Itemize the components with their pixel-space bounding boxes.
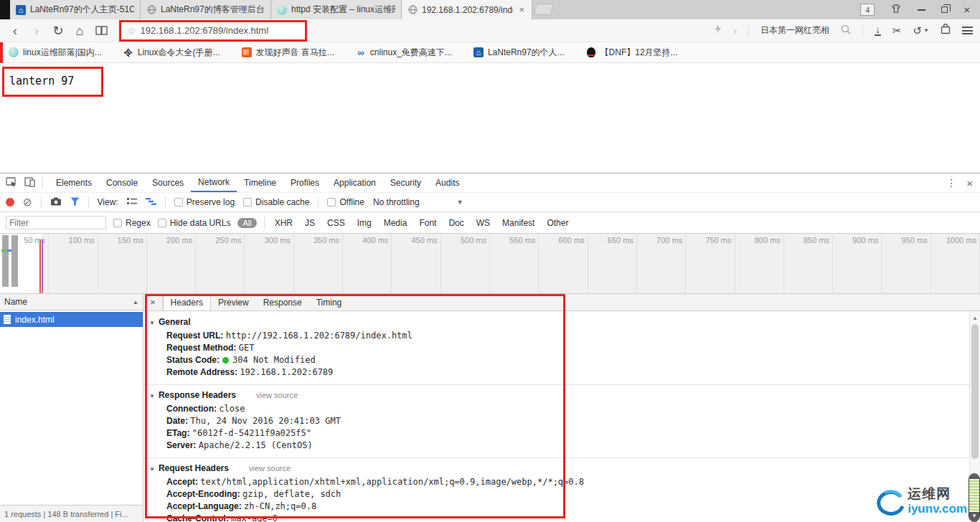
device-toolbar-icon[interactable] bbox=[24, 177, 35, 189]
tab-console[interactable]: Console bbox=[99, 174, 145, 192]
restore-button[interactable] bbox=[941, 6, 948, 13]
timeline-ruler: 50 ms 100 ms 150 ms 200 ms 250 ms 300 ms… bbox=[0, 236, 980, 245]
filter-type-ws[interactable]: WS bbox=[476, 218, 490, 228]
bookmark-item-3[interactable]: 听 发现好声音 喜马拉... bbox=[242, 47, 334, 59]
close-window-button[interactable]: × bbox=[963, 4, 970, 15]
filter-type-font[interactable]: Font bbox=[419, 218, 436, 228]
tab-timeline[interactable]: Timeline bbox=[237, 174, 283, 192]
bookmark-star-icon[interactable]: ☆ bbox=[127, 25, 136, 37]
large-rows-icon[interactable] bbox=[127, 197, 137, 208]
overview-drag-handle[interactable] bbox=[2, 235, 9, 287]
section-header-general[interactable]: ▼ General bbox=[143, 315, 969, 330]
tab-response[interactable]: Response bbox=[256, 294, 309, 310]
filter-funnel-icon[interactable] bbox=[70, 197, 80, 208]
dropdown-caret-icon: ▼ bbox=[457, 199, 463, 206]
filter-type-media[interactable]: Media bbox=[384, 218, 407, 228]
throttling-dropdown[interactable]: No throttling ▼ bbox=[373, 197, 463, 207]
shopping-bag-icon[interactable] bbox=[941, 24, 951, 37]
tab-security[interactable]: Security bbox=[383, 174, 428, 192]
browser-tab-1[interactable]: ⌂ LaNteRn97的个人主页-51CTO技 bbox=[10, 0, 141, 19]
tab-timing[interactable]: Timing bbox=[309, 294, 349, 310]
checkbox-icon[interactable] bbox=[113, 219, 122, 227]
tab-audits[interactable]: Audits bbox=[428, 174, 466, 192]
tab-profiles[interactable]: Profiles bbox=[283, 174, 326, 192]
overview-drag-handle[interactable] bbox=[11, 235, 18, 287]
regex-toggle[interactable]: Regex bbox=[113, 218, 151, 228]
download-icon[interactable]: ↓ bbox=[875, 25, 881, 36]
home-favicon-icon: ⌂ bbox=[473, 47, 484, 57]
disable-cache-toggle[interactable]: Disable cache bbox=[243, 197, 309, 207]
bookmark-item-1[interactable]: linux运维部落|国内... bbox=[9, 47, 102, 59]
checkbox-icon[interactable] bbox=[158, 219, 166, 227]
back-icon[interactable]: ‹ bbox=[4, 22, 26, 40]
filter-type-img[interactable]: Img bbox=[357, 218, 372, 228]
checkbox-icon[interactable] bbox=[243, 198, 252, 207]
bookmark-item-2[interactable]: 令 Linux命令大全(手册... bbox=[123, 47, 220, 59]
scroll-to-bottom-widget[interactable]: ▼ bbox=[969, 473, 980, 522]
tab-elements[interactable]: Elements bbox=[49, 174, 99, 192]
tab-headers[interactable]: Headers bbox=[163, 294, 211, 310]
search-box-text[interactable]: 日本第一网红亮相 bbox=[760, 24, 829, 37]
expand-chevron-icon[interactable]: › bbox=[733, 24, 737, 37]
filter-type-js[interactable]: JS bbox=[305, 218, 315, 228]
tab-preview[interactable]: Preview bbox=[211, 294, 256, 310]
name-column-header[interactable]: Name ▲ bbox=[0, 294, 143, 310]
forward-icon[interactable]: › bbox=[26, 22, 47, 40]
details-close-icon[interactable]: × bbox=[143, 294, 163, 310]
new-tab-button[interactable] bbox=[533, 4, 554, 15]
checkbox-icon[interactable] bbox=[174, 198, 183, 207]
refresh-icon[interactable]: ↻ bbox=[47, 22, 69, 40]
devtools-close-icon[interactable]: × bbox=[966, 177, 973, 189]
menu-icon[interactable] bbox=[962, 27, 973, 34]
filter-type-all[interactable]: All bbox=[237, 218, 256, 228]
section-header-request[interactable]: ▼ Request Headers view source bbox=[143, 462, 969, 476]
bookmark-item-5[interactable]: ⌂ LaNteRn97的个人... bbox=[473, 47, 565, 59]
skin-shirt-icon[interactable] bbox=[890, 4, 902, 16]
browser-tab-2[interactable]: LaNteRn97的博客管理后台-51CT bbox=[141, 0, 271, 19]
record-button[interactable] bbox=[6, 198, 14, 207]
flash-plugin-icon[interactable] bbox=[715, 24, 722, 37]
tab-count-badge[interactable]: 4 bbox=[860, 4, 875, 16]
filter-type-manifest[interactable]: Manifest bbox=[502, 218, 534, 228]
offline-toggle[interactable]: Offline bbox=[327, 197, 364, 207]
inspect-element-icon[interactable] bbox=[6, 177, 17, 189]
address-bar[interactable]: ☆ 192.168.1.202:6789/index.html bbox=[119, 20, 307, 42]
scissors-icon[interactable]: ✂ bbox=[892, 24, 902, 37]
devtools-menu-kebab-icon[interactable]: ⋮ bbox=[946, 177, 956, 189]
checkbox-icon[interactable] bbox=[327, 198, 336, 207]
network-overview[interactable]: 50 ms 100 ms 150 ms 200 ms 250 ms 300 ms… bbox=[0, 234, 980, 294]
section-header-response[interactable]: ▼ Response Headers view source bbox=[143, 389, 969, 403]
view-source-link[interactable]: view source bbox=[249, 462, 291, 475]
capture-screenshots-icon[interactable] bbox=[50, 197, 62, 208]
tab-sources[interactable]: Sources bbox=[145, 174, 191, 192]
scrollbar-thumb[interactable] bbox=[971, 324, 979, 459]
filter-type-xhr[interactable]: XHR bbox=[275, 218, 293, 228]
browser-tab-4-active[interactable]: 192.168.1.202:6789/index.htm × bbox=[402, 0, 532, 19]
filter-type-other[interactable]: Other bbox=[547, 218, 568, 228]
bookmark-item-6[interactable]: 【DNF】12月坚持... bbox=[586, 47, 678, 59]
filter-input[interactable] bbox=[6, 216, 106, 229]
undo-icon[interactable]: ↺▼ bbox=[913, 24, 930, 37]
filter-type-doc[interactable]: Doc bbox=[448, 218, 463, 228]
minimize-button[interactable] bbox=[918, 9, 925, 11]
header-value: GET bbox=[239, 343, 255, 353]
filter-type-css[interactable]: CSS bbox=[327, 218, 345, 228]
scrollbar-up-icon[interactable]: ▲ bbox=[970, 312, 980, 321]
request-row-index-html[interactable]: index.html bbox=[0, 312, 143, 327]
widget-down-arrow-icon[interactable]: ▼ bbox=[969, 512, 979, 521]
preserve-log-toggle[interactable]: Preserve log bbox=[174, 197, 235, 207]
hide-data-urls-toggle[interactable]: Hide data URLs bbox=[158, 218, 231, 228]
view-source-link[interactable]: view source bbox=[256, 389, 298, 402]
url-text[interactable]: 192.168.1.202:6789/index.html bbox=[141, 25, 269, 36]
reading-list-icon[interactable] bbox=[90, 22, 112, 40]
dropdown-caret-icon[interactable]: ▼ bbox=[923, 27, 929, 34]
browser-tab-3[interactable]: httpd 安装配置 – linux运维部落 bbox=[271, 0, 402, 19]
tab-application[interactable]: Application bbox=[326, 174, 383, 192]
show-overview-icon[interactable] bbox=[146, 197, 156, 208]
clear-icon[interactable]: ⊘ bbox=[23, 198, 32, 207]
tab-close-icon[interactable]: × bbox=[517, 4, 526, 15]
bookmark-item-4[interactable]: ∞ cnlinux_免费高速下... bbox=[356, 47, 452, 59]
home-icon[interactable]: ⌂ bbox=[69, 22, 90, 40]
tab-network[interactable]: Network bbox=[191, 174, 237, 192]
search-icon[interactable] bbox=[841, 24, 851, 37]
